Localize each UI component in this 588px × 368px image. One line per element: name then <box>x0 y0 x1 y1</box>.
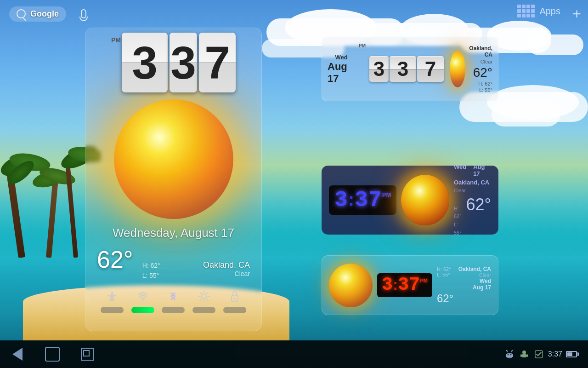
mic-button[interactable] <box>75 6 92 22</box>
temp-hi-large: H: 62° <box>142 260 160 270</box>
dark-date: Aug 17 <box>473 163 491 177</box>
min2-digit-large: 7 <box>199 33 236 92</box>
min1-digit-large: 3 <box>170 33 197 92</box>
svg-rect-22 <box>520 354 522 357</box>
navbar: 3:37 <box>0 340 588 368</box>
red-ampm: PM <box>420 278 428 283</box>
brightness-icon <box>196 288 212 305</box>
status-clock: 3:37 <box>548 350 562 358</box>
hour-digit-large: 3 <box>122 33 168 92</box>
temp-hi-lo-large: H: 62° L: 55° <box>142 260 160 281</box>
small4-hi: H: 62° <box>437 266 451 272</box>
home-icon <box>45 347 60 362</box>
dark-widget-info: Wed Aug 17 Oakland, CA Clear H: 62° L: 5… <box>454 163 491 237</box>
toggle-bluetooth[interactable] <box>162 288 185 313</box>
widget-large-weather: PM 3 3 7 Wednesday, August 17 62° H: 62°… <box>85 28 262 331</box>
svg-point-0 <box>142 299 144 301</box>
cloud-7 <box>528 34 583 55</box>
airplane-icon <box>104 288 120 305</box>
dark-lo: L: 55° <box>454 221 462 237</box>
widget-large-info: Wednesday, August 17 62° H: 62° L: 55° O… <box>85 219 261 320</box>
temp-lo-large: L: 55° <box>142 270 160 281</box>
dark-hour: 3 <box>334 189 348 211</box>
svg-rect-13 <box>506 354 513 357</box>
toggle-bar-wifi <box>131 307 154 313</box>
dark-temp-row: H: 62° L: 55° 62° <box>454 195 491 237</box>
dark-colon: : <box>348 190 354 208</box>
min2-digit-small: 7 <box>417 56 444 82</box>
small-day: Wed <box>335 54 347 61</box>
sun-icon-small-2 <box>329 264 373 307</box>
flip-clock-large: PM 3 3 7 <box>85 28 261 92</box>
sun-icon-small-1 <box>450 51 465 87</box>
svg-point-15 <box>510 354 511 356</box>
dark-date-row: Wed Aug 17 <box>454 163 491 177</box>
search-icon <box>17 9 26 18</box>
widget-digital-dark: 3 : 3 7 PM Wed Aug 17 Oakland, CA Clear … <box>322 166 498 235</box>
red-hour: 3 <box>382 276 393 294</box>
svg-point-14 <box>507 354 509 356</box>
dark-location: Oakland, CA <box>454 179 489 186</box>
small-location: Oakland, CA <box>469 45 492 58</box>
toggle-airplane[interactable] <box>101 288 124 313</box>
battery-fill <box>567 352 572 356</box>
mic-icon <box>81 9 86 18</box>
toggle-bar-bluetooth <box>162 307 185 313</box>
svg-point-18 <box>506 350 507 351</box>
small4-hi-lo-row: H: 62° L: 55° Oakland, CA Clear Wed Aug … <box>437 266 491 291</box>
home-button[interactable] <box>44 346 61 362</box>
flip-clock-small: 3 3 7 <box>369 56 444 82</box>
toggle-bar-screen-lock <box>223 307 246 313</box>
back-button[interactable] <box>9 346 26 362</box>
svg-rect-21 <box>522 354 526 357</box>
sun-icon-medium <box>401 175 449 225</box>
svg-point-11 <box>234 298 236 299</box>
temp-row-large: 62° H: 62° L: 55° Oakland, CA Clear <box>97 246 250 281</box>
dark-min1: 3 <box>355 189 368 211</box>
svg-point-19 <box>511 350 513 351</box>
toggle-wifi[interactable] <box>131 288 154 313</box>
hour-digit-small: 3 <box>369 56 389 82</box>
widget-digital-small: 3 : 3 7 PM H: 62° L: 55° Oakland, CA Cle… <box>322 255 498 315</box>
google-search-bar[interactable]: Google <box>9 6 66 22</box>
small-condition: Clear <box>481 59 492 64</box>
back-arrow-icon <box>12 348 23 361</box>
toggle-brightness[interactable] <box>192 288 215 313</box>
dark-min2: 7 <box>368 189 382 211</box>
cloud-11 <box>492 101 560 126</box>
small-ampm: PM <box>359 43 366 48</box>
wifi-icon <box>135 288 151 305</box>
small4-temp: 62° <box>437 292 453 305</box>
dark-condition: Clear <box>454 188 491 193</box>
dark-hi-lo: H: 62° L: 55° <box>454 205 462 237</box>
toggle-bar-brightness <box>192 307 215 313</box>
small4-lo: L: 55° <box>437 272 451 277</box>
dark-day: Wed <box>454 163 466 170</box>
battery-icon <box>566 351 579 357</box>
recent-apps-icon <box>81 348 94 361</box>
nav-left <box>9 346 96 362</box>
toggle-screen-lock[interactable] <box>223 288 246 313</box>
small-weather-info: Oakland, CA Clear 62° H: 62° L: 55° <box>469 45 492 93</box>
android-figure-icon <box>519 349 530 360</box>
svg-point-20 <box>522 351 526 354</box>
dark-location-row: Oakland, CA <box>454 179 491 186</box>
bluetooth-icon <box>165 288 181 305</box>
location-city-large: Oakland, CA <box>170 260 250 270</box>
svg-line-9 <box>200 299 202 300</box>
svg-line-6 <box>200 292 202 293</box>
location-large: Oakland, CA Clear <box>170 260 250 277</box>
small4-day: Wed <box>458 278 491 284</box>
date-large: Wednesday, August 17 <box>97 226 250 240</box>
min1-digit-small: 3 <box>390 56 416 82</box>
battery-body <box>566 351 577 357</box>
sun-icon-large <box>114 99 233 219</box>
condition-large: Clear <box>170 270 250 277</box>
toggle-row <box>97 288 250 313</box>
red-min1: 3 <box>398 276 409 294</box>
android-status-icon <box>504 349 515 360</box>
screen-lock-icon <box>226 288 243 305</box>
small-lo: L: 55° <box>479 87 492 93</box>
red-colon: : <box>393 276 398 292</box>
recent-apps-button[interactable] <box>79 346 96 362</box>
